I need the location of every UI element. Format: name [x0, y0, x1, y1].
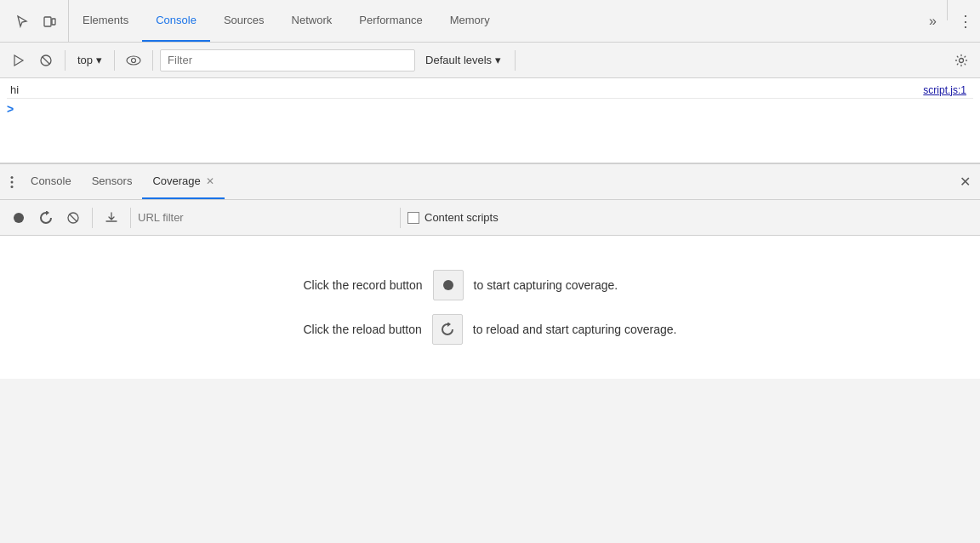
url-filter-input[interactable]	[138, 207, 393, 229]
svg-marker-2	[14, 55, 23, 66]
main-tabs: Elements Console Sources Network Perform…	[69, 0, 922, 42]
svg-point-9	[11, 180, 14, 183]
svg-point-7	[960, 58, 964, 62]
coverage-toolbar: Content scripts	[0, 200, 980, 236]
console-output: hi script.js:1 >	[0, 78, 980, 163]
tab-sources[interactable]: Sources	[210, 0, 278, 42]
coverage-tab-close-icon[interactable]: ✕	[206, 175, 214, 187]
filter-input[interactable]	[160, 49, 415, 71]
cov-separator	[92, 208, 93, 228]
record-instruction: Click the record button to start capturi…	[303, 270, 618, 300]
drawer: Console Sensors Coverage ✕ ✕	[0, 163, 980, 379]
svg-point-11	[14, 213, 24, 223]
drawer-tab-coverage[interactable]: Coverage ✕	[142, 164, 224, 199]
svg-point-6	[132, 58, 136, 62]
tab-memory[interactable]: Memory	[436, 0, 504, 42]
eye-icon[interactable]	[122, 49, 145, 72]
more-options-button[interactable]: ⋮	[951, 0, 980, 42]
console-log-text: hi	[7, 83, 19, 96]
devtools-icons	[3, 0, 69, 42]
svg-line-4	[43, 56, 50, 64]
tab-elements[interactable]: Elements	[69, 0, 142, 42]
drawer-tab-bar: Console Sensors Coverage ✕ ✕	[0, 164, 980, 200]
inline-reload-icon	[432, 314, 463, 345]
settings-icon[interactable]	[949, 49, 973, 72]
cov-separator3	[400, 208, 401, 228]
cov-separator2	[130, 208, 131, 228]
tab-performance[interactable]: Performance	[345, 0, 436, 42]
console-log-entry: hi script.js:1	[7, 82, 973, 99]
console-toolbar: top ▾ Default levels ▾	[0, 43, 980, 78]
drawer-close-button[interactable]: ✕	[953, 170, 977, 194]
console-log-link[interactable]: script.js:1	[923, 84, 973, 96]
svg-point-8	[11, 176, 14, 179]
coverage-record-button[interactable]	[7, 206, 31, 230]
tab-network[interactable]: Network	[278, 0, 346, 42]
coverage-download-icon[interactable]	[100, 206, 123, 230]
coverage-main-content: Click the record button to start capturi…	[0, 236, 980, 379]
context-dropdown[interactable]: top ▾	[72, 52, 107, 68]
svg-point-10	[11, 186, 14, 188]
device-icon[interactable]	[37, 9, 61, 33]
inline-record-icon	[433, 270, 464, 300]
content-scripts-label[interactable]: Content scripts	[407, 211, 499, 224]
separator-1	[65, 50, 66, 71]
execute-context-icon[interactable]	[7, 49, 31, 72]
content-scripts-checkbox[interactable]	[407, 212, 419, 224]
separator	[947, 0, 948, 20]
tab-console[interactable]: Console	[142, 0, 210, 42]
coverage-block-icon[interactable]	[61, 206, 85, 230]
separator-4	[515, 50, 516, 71]
separator-2	[114, 50, 115, 71]
top-tab-bar: Elements Console Sources Network Perform…	[0, 0, 980, 43]
coverage-reload-button[interactable]	[34, 206, 58, 230]
console-prompt: >	[7, 99, 973, 119]
reload-instruction: Click the reload button to reload and st…	[303, 314, 676, 345]
svg-rect-0	[44, 17, 51, 26]
drawer-tab-sensors[interactable]: Sensors	[82, 164, 143, 199]
drawer-more-icon[interactable]	[3, 175, 20, 189]
separator-3	[152, 50, 153, 71]
svg-point-5	[127, 56, 140, 65]
drawer-tab-console[interactable]: Console	[20, 164, 82, 199]
coverage-instructions: Click the record button to start capturi…	[303, 270, 676, 345]
tab-overflow-button[interactable]: »	[922, 0, 943, 42]
svg-line-13	[70, 214, 77, 221]
log-levels-dropdown[interactable]: Default levels ▾	[419, 52, 508, 68]
block-icon[interactable]	[34, 49, 58, 72]
prompt-symbol: >	[7, 102, 14, 116]
svg-rect-1	[52, 19, 55, 25]
cursor-icon[interactable]	[10, 9, 34, 33]
svg-point-14	[443, 280, 453, 290]
